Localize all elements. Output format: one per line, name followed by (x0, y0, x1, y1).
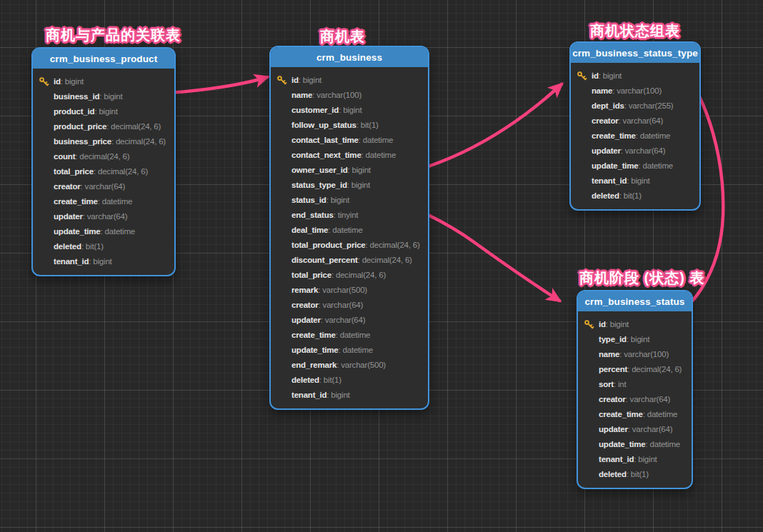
field-row-business_id[interactable]: business_id: bigint (33, 89, 174, 104)
field-name: deleted (592, 191, 619, 200)
field-row-name[interactable]: name: varchar(100) (571, 84, 699, 99)
field-type: : varchar(255) (624, 101, 674, 110)
field-type: : varchar(100) (612, 86, 662, 95)
field-type: : datetime (361, 151, 397, 159)
field-row-tenant_id[interactable]: tenant_id: bigint (578, 452, 692, 467)
field-type: : datetime (636, 131, 671, 140)
field-row-deleted[interactable]: deleted: bit(1) (271, 373, 428, 388)
field-type: : varchar(64) (619, 116, 664, 125)
field-row-status_id[interactable]: status_id: bigint (271, 193, 428, 208)
field-row-type_id[interactable]: type_id: bigint (578, 332, 692, 347)
field-row-owner_user_id[interactable]: owner_user_id: bigint (271, 163, 428, 178)
table-body: id: bigintbusiness_id: bigintproduct_id:… (33, 69, 174, 275)
field-row-deleted[interactable]: deleted: bit(1) (33, 239, 174, 254)
field-row-total_price[interactable]: total_price: decimal(24, 6) (33, 164, 174, 179)
field-name: creator (54, 182, 81, 191)
field-type: : bigint (606, 320, 629, 328)
field-name: deal_time (291, 226, 328, 234)
field-name: total_price (291, 271, 331, 279)
er-diagram-canvas[interactable]: crm_business_productid: bigintbusiness_i… (0, 0, 763, 532)
table-header-crm_business_status[interactable]: crm_business_status (578, 291, 692, 311)
field-type: : decimal(24, 6) (366, 241, 420, 249)
field-type: : varchar(64) (81, 182, 126, 191)
table-body: id: biginttype_id: bigintname: varchar(1… (578, 311, 692, 488)
field-row-percent[interactable]: percent: decimal(24, 6) (578, 362, 692, 377)
field-row-contact_last_time[interactable]: contact_last_time: datetime (271, 133, 428, 148)
field-row-update_time[interactable]: update_time: datetime (571, 159, 699, 174)
field-row-creator[interactable]: creator: varchar(64) (271, 298, 428, 313)
field-row-sort[interactable]: sort: int (578, 377, 692, 392)
field-row-discount_percent[interactable]: discount_percent: decimal(24, 6) (271, 253, 428, 268)
field-name: total_product_price (291, 241, 366, 249)
field-row-name[interactable]: name: varchar(100) (578, 347, 692, 362)
field-row-tenant_id[interactable]: tenant_id: bigint (33, 254, 174, 269)
field-row-id[interactable]: id: bigint (271, 73, 428, 88)
field-type: : decimal(24, 6) (627, 365, 682, 373)
field-row-creator[interactable]: creator: varchar(64) (571, 114, 699, 129)
field-row-create_time[interactable]: create_time: datetime (578, 407, 692, 422)
field-row-create_time[interactable]: create_time: datetime (571, 129, 699, 144)
field-row-id[interactable]: id: bigint (578, 317, 692, 332)
field-row-status_type_id[interactable]: status_type_id: bigint (271, 178, 428, 193)
field-name: create_time (599, 410, 643, 418)
field-name: end_status (291, 211, 334, 219)
field-row-name[interactable]: name: varchar(100) (271, 88, 428, 103)
field-row-tenant_id[interactable]: tenant_id: bigint (571, 174, 699, 189)
field-row-total_product_price[interactable]: total_product_price: decimal(24, 6) (271, 238, 428, 253)
field-name: update_time (54, 227, 101, 236)
field-name: creator (599, 395, 626, 403)
field-row-updater[interactable]: updater: varchar(64) (33, 209, 174, 224)
field-name: count (54, 152, 75, 161)
field-row-tenant_id[interactable]: tenant_id: bigint (271, 388, 428, 403)
field-name: sort (599, 380, 614, 388)
field-row-end_status[interactable]: end_status: tinyint (271, 208, 428, 223)
field-row-creator[interactable]: creator: varchar(64) (33, 179, 174, 194)
field-row-dept_ids[interactable]: dept_ids: varchar(255) (571, 99, 699, 114)
field-row-update_time[interactable]: update_time: datetime (578, 437, 692, 452)
field-type: : varchar(64) (628, 425, 673, 433)
field-row-id[interactable]: id: bigint (33, 74, 174, 89)
field-row-updater[interactable]: updater: varchar(64) (271, 313, 428, 328)
field-row-follow_up_status[interactable]: follow_up_status: bit(1) (271, 118, 428, 133)
field-name: product_price (54, 122, 106, 131)
field-row-business_price[interactable]: business_price: decimal(24, 6) (33, 134, 174, 149)
field-type: : tinyint (334, 211, 359, 219)
field-row-deleted[interactable]: deleted: bit(1) (571, 189, 699, 204)
field-row-product_id[interactable]: product_id: bigint (33, 104, 174, 119)
field-row-contact_next_time[interactable]: contact_next_time: datetime (271, 148, 428, 163)
field-row-create_time[interactable]: create_time: datetime (271, 328, 428, 343)
field-name: updater (592, 146, 621, 155)
field-row-total_price[interactable]: total_price: decimal(24, 6) (271, 268, 428, 283)
field-row-deleted[interactable]: deleted: bit(1) (578, 467, 692, 482)
table-crm_business_product[interactable]: crm_business_productid: bigintbusiness_i… (31, 47, 176, 276)
field-row-remark[interactable]: remark: varchar(500) (271, 283, 428, 298)
field-name: contact_next_time (291, 151, 361, 159)
field-row-update_time[interactable]: update_time: datetime (33, 224, 174, 239)
field-row-count[interactable]: count: decimal(24, 6) (33, 149, 174, 164)
field-name: end_remark (291, 361, 336, 369)
table-crm_business_status_type[interactable]: crm_business_status_typeid: bigintname: … (569, 41, 701, 211)
table-header-crm_business_product[interactable]: crm_business_product (33, 49, 174, 69)
field-type: : bigint (89, 257, 111, 266)
field-row-updater[interactable]: updater: varchar(64) (578, 422, 692, 437)
field-row-id[interactable]: id: bigint (571, 69, 699, 84)
field-row-end_remark[interactable]: end_remark: varchar(500) (271, 358, 428, 373)
field-type: : bit(1) (81, 242, 104, 251)
table-crm_business[interactable]: crm_businessid: bigintname: varchar(100)… (269, 46, 429, 410)
field-type: : datetime (336, 331, 371, 339)
field-name: create_time (592, 131, 636, 140)
field-row-create_time[interactable]: create_time: datetime (33, 194, 174, 209)
field-row-updater[interactable]: updater: varchar(64) (571, 144, 699, 159)
field-type: : datetime (328, 226, 363, 234)
table-crm_business_status[interactable]: crm_business_statusid: biginttype_id: bi… (577, 290, 693, 489)
field-type: : bigint (299, 76, 321, 84)
table-header-crm_business[interactable]: crm_business (271, 47, 428, 67)
field-name: percent (599, 365, 627, 373)
field-row-creator[interactable]: creator: varchar(64) (578, 392, 692, 407)
table-header-crm_business_status_type[interactable]: crm_business_status_type (571, 43, 699, 63)
field-row-product_price[interactable]: product_price: decimal(24, 6) (33, 119, 174, 134)
field-name: discount_percent (291, 256, 358, 264)
field-row-customer_id[interactable]: customer_id: bigint (271, 103, 428, 118)
field-row-deal_time[interactable]: deal_time: datetime (271, 223, 428, 238)
field-row-update_time[interactable]: update_time: datetime (271, 343, 428, 358)
